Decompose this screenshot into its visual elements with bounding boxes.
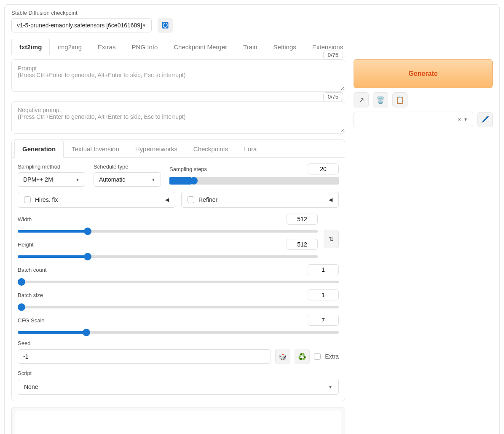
cfg-scale-input[interactable]: [308, 315, 339, 326]
clear-styles-icon[interactable]: ×: [458, 116, 461, 123]
sampling-method-select[interactable]: DPM++ 2M ▼: [18, 172, 85, 187]
batch-count-slider[interactable]: [18, 281, 339, 283]
pencil-icon: 🖊️: [481, 115, 489, 123]
output-image-placeholder: [15, 411, 341, 434]
script-label: Script: [18, 370, 339, 376]
prompt-box: 0/75: [11, 59, 345, 92]
refresh-icon: [161, 21, 169, 29]
cfg-scale-slider[interactable]: [18, 331, 339, 334]
dice-icon: 🎲: [279, 353, 287, 361]
refiner-label: Refiner: [198, 196, 217, 203]
tab-txt2img[interactable]: txt2img: [11, 39, 50, 55]
clipboard-icon: 📋: [396, 96, 404, 104]
subtab-hypernetworks[interactable]: Hypernetworks: [127, 140, 185, 158]
prompt-input[interactable]: [12, 60, 345, 90]
script-select[interactable]: None ▼: [18, 379, 339, 395]
tab-extras[interactable]: Extras: [90, 39, 124, 55]
chevron-down-icon: ▼: [75, 177, 80, 182]
checkpoint-value: v1-5-pruned-emaonly.safetensors [6ce0161…: [17, 22, 142, 29]
interrogate-button[interactable]: ↗: [354, 92, 369, 107]
chevron-down-icon: ▼: [142, 23, 146, 28]
tab-img2img[interactable]: img2img: [50, 39, 90, 55]
seed-extra-checkbox[interactable]: [314, 353, 321, 360]
swap-icon: ⇅: [329, 236, 334, 242]
main-tabs: txt2img img2img Extras PNG Info Checkpoi…: [11, 39, 493, 55]
height-label: Height: [18, 241, 34, 248]
schedule-type-label: Schedule type: [94, 163, 161, 170]
paste-button[interactable]: 📋: [392, 92, 407, 107]
subtab-lora[interactable]: Lora: [236, 140, 265, 158]
prompt-counter: 0/75: [323, 51, 343, 59]
wand-icon: ↗: [359, 96, 364, 104]
subtab-checkpoints[interactable]: Checkpoints: [185, 140, 236, 158]
negative-prompt-input[interactable]: [12, 102, 345, 132]
batch-size-input[interactable]: [308, 289, 339, 300]
hires-fix-checkbox[interactable]: [24, 196, 31, 203]
collapse-left-icon: ◀: [165, 197, 169, 203]
collapse-left-icon: ◀: [329, 197, 332, 203]
hires-fix-accordion[interactable]: Hires. fix ◀: [18, 192, 175, 208]
output-panel: 📂 💾 📦 🖼️ 🎨 📐 ✨: [11, 407, 345, 434]
hires-fix-label: Hires. fix: [35, 196, 58, 203]
swap-dimensions-button[interactable]: ⇅: [324, 230, 339, 248]
width-label: Width: [18, 216, 32, 222]
width-slider[interactable]: [18, 230, 318, 233]
schedule-type-value: Automatic: [99, 176, 125, 183]
negative-prompt-box: 0/75: [11, 101, 345, 134]
refresh-checkpoint-button[interactable]: [158, 18, 173, 33]
styles-select[interactable]: × ▼: [354, 112, 473, 127]
subtab-generation[interactable]: Generation: [14, 140, 64, 158]
trash-icon: 🗑️: [376, 96, 385, 104]
edit-styles-button[interactable]: 🖊️: [477, 112, 493, 127]
height-slider[interactable]: [18, 255, 318, 258]
negative-prompt-counter: 0/75: [323, 92, 343, 101]
checkpoint-label: Stable Diffusion checkpoint: [11, 10, 493, 16]
chevron-down-icon: ▼: [151, 177, 155, 182]
batch-count-input[interactable]: [308, 264, 339, 275]
refiner-accordion[interactable]: Refiner ◀: [181, 192, 339, 208]
sampling-method-value: DPM++ 2M: [23, 176, 53, 183]
sampling-steps-input[interactable]: [308, 163, 339, 174]
recycle-icon: ♻️: [298, 353, 306, 361]
batch-size-label: Batch size: [18, 292, 43, 298]
tab-settings[interactable]: Settings: [265, 39, 304, 55]
batch-size-slider[interactable]: [18, 306, 339, 308]
sampling-steps-label: Sampling steps: [169, 166, 207, 172]
generate-button[interactable]: Generate: [354, 59, 493, 88]
chevron-down-icon: ▼: [328, 385, 332, 389]
sub-tabs: Generation Textual Inversion Hypernetwor…: [12, 140, 345, 158]
tab-checkpoint-merger[interactable]: Checkpoint Merger: [166, 39, 235, 55]
seed-input[interactable]: [18, 349, 271, 364]
height-input[interactable]: [287, 239, 318, 250]
random-seed-button[interactable]: 🎲: [275, 349, 290, 364]
width-input[interactable]: [287, 214, 318, 225]
schedule-type-select[interactable]: Automatic ▼: [94, 172, 161, 187]
subtab-textual-inversion[interactable]: Textual Inversion: [64, 140, 127, 158]
checkpoint-select[interactable]: v1-5-pruned-emaonly.safetensors [6ce0161…: [11, 18, 152, 32]
seed-extra-label: Extra: [325, 353, 339, 360]
cfg-scale-label: CFG Scale: [18, 317, 45, 324]
seed-label: Seed: [18, 340, 339, 346]
tab-train[interactable]: Train: [235, 39, 265, 55]
script-value: None: [24, 383, 38, 390]
sampling-method-label: Sampling method: [18, 163, 85, 170]
chevron-down-icon: ▼: [464, 117, 468, 122]
batch-count-label: Batch count: [18, 267, 47, 273]
clear-prompt-button[interactable]: 🗑️: [373, 92, 388, 107]
refiner-checkbox[interactable]: [188, 196, 194, 203]
tab-pnginfo[interactable]: PNG Info: [124, 39, 166, 55]
reuse-seed-button[interactable]: ♻️: [295, 349, 310, 364]
sampling-steps-slider[interactable]: [169, 177, 339, 185]
